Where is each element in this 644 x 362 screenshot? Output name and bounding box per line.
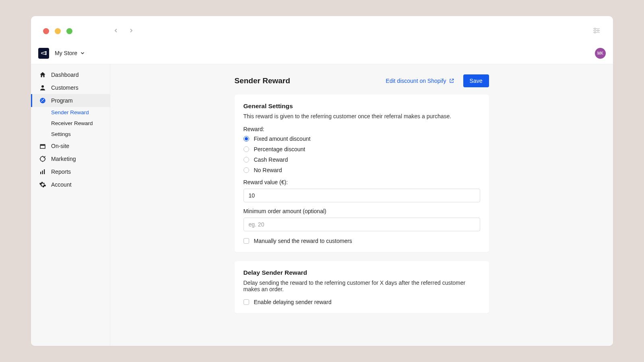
reward-value-input[interactable] (244, 189, 480, 202)
settings-sliders-icon[interactable] (592, 26, 601, 37)
sidebar-item-onsite[interactable]: On-site (31, 140, 110, 152)
svg-point-7 (41, 85, 44, 88)
checkbox-icon (244, 299, 249, 305)
forward-icon[interactable] (128, 27, 134, 35)
storefront-icon (39, 142, 46, 150)
reward-value-label: Reward value (€): (244, 179, 480, 185)
program-icon (39, 97, 46, 104)
window-minimize[interactable] (55, 28, 61, 34)
back-icon[interactable] (113, 27, 119, 35)
sidebar-sub-settings[interactable]: Settings (31, 129, 110, 140)
window-maximize[interactable] (66, 28, 72, 34)
window-close[interactable] (43, 28, 49, 34)
edit-discount-link[interactable]: Edit discount on Shopify (386, 78, 454, 84)
svg-rect-11 (42, 171, 43, 174)
sidebar-sub-receiver-reward[interactable]: Receiver Reward (31, 118, 110, 129)
delay-reward-card: Delay Sender Reward Delay sending the re… (235, 261, 489, 313)
min-order-input[interactable] (244, 218, 480, 231)
app-window: My Store MK Dashboard Customers Program … (31, 16, 613, 346)
sidebar: Dashboard Customers Program Sender Rewar… (31, 64, 110, 346)
radio-icon (244, 146, 249, 152)
general-desc: This reward is given to the referring cu… (244, 113, 480, 119)
chevron-down-icon (80, 50, 85, 56)
nav-arrows (113, 27, 134, 35)
sidebar-sub-sender-reward[interactable]: Sender Reward (31, 107, 110, 118)
body: Dashboard Customers Program Sender Rewar… (31, 64, 613, 346)
min-order-label: Minimum order amount (optional) (244, 208, 480, 214)
avatar[interactable]: MK (595, 48, 606, 59)
gear-icon (39, 181, 46, 188)
sidebar-item-customers[interactable]: Customers (31, 81, 110, 94)
delay-desc: Delay sending the reward to the referrin… (244, 280, 480, 292)
store-selector[interactable]: My Store (55, 50, 85, 56)
content-area: Sender Reward Edit discount on Shopify S… (110, 64, 613, 346)
general-heading: General Settings (244, 103, 480, 110)
svg-rect-12 (44, 169, 45, 174)
sidebar-item-program[interactable]: Program (31, 94, 110, 107)
svg-point-5 (594, 31, 596, 33)
store-name: My Store (55, 50, 77, 56)
checkbox-icon (244, 238, 249, 244)
page-header: Sender Reward Edit discount on Shopify S… (235, 74, 489, 87)
sidebar-item-dashboard[interactable]: Dashboard (31, 68, 110, 81)
reward-option-percentage[interactable]: Percentage discount (244, 146, 480, 152)
sidebar-item-reports[interactable]: Reports (31, 165, 110, 178)
svg-rect-10 (40, 172, 41, 174)
sidebar-item-marketing[interactable]: Marketing (31, 152, 110, 165)
topbar: My Store MK (31, 46, 613, 64)
sidebar-item-account[interactable]: Account (31, 178, 110, 191)
chart-icon (39, 168, 46, 175)
reward-option-cash[interactable]: Cash Reward (244, 156, 480, 163)
delay-heading: Delay Sender Reward (244, 269, 480, 276)
svg-point-3 (594, 28, 596, 29)
traffic-lights (43, 28, 72, 34)
radio-icon (244, 157, 249, 162)
target-icon (39, 155, 46, 162)
manual-send-check[interactable]: Manually send the reward to customers (244, 238, 480, 244)
user-icon (39, 84, 46, 91)
page-title: Sender Reward (235, 76, 290, 85)
app-logo (38, 48, 49, 59)
titlebar (31, 16, 613, 46)
radio-icon (244, 167, 249, 173)
reward-option-none[interactable]: No Reward (244, 167, 480, 173)
svg-point-4 (597, 30, 599, 31)
general-settings-card: General Settings This reward is given to… (235, 95, 489, 252)
home-icon (39, 71, 46, 78)
radio-icon (244, 136, 249, 142)
external-link-icon (449, 78, 454, 84)
save-button[interactable]: Save (463, 74, 489, 87)
reward-option-fixed[interactable]: Fixed amount discount (244, 136, 480, 142)
delay-enable-check[interactable]: Enable delaying sender reward (244, 299, 480, 305)
reward-label: Reward: (244, 126, 480, 132)
